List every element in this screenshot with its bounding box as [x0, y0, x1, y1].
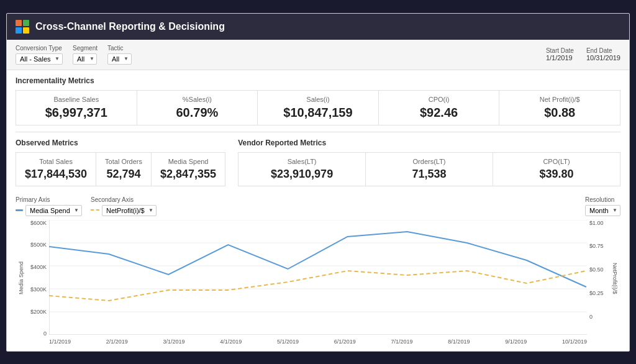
x-label-7: 8/1/2019	[448, 339, 470, 345]
resolution-select[interactable]: Month	[585, 205, 620, 216]
obs-value-1: 52,794	[105, 168, 142, 181]
x-axis-labels: 1/1/20192/1/20193/1/20194/1/20195/1/2019…	[49, 339, 587, 345]
observed-metric-1: Total Orders 52,794	[96, 153, 152, 186]
metric-value-2: $10,847,159	[266, 106, 370, 120]
end-date-group: End Date 10/31/2019	[586, 47, 620, 61]
chart-container: Media Spend $600K$500K$400K$300K$200K0	[16, 220, 620, 337]
secondary-axis-select[interactable]: NetProfit(i)/$	[102, 205, 157, 216]
observed-metric-0: Total Sales $17,844,530	[16, 153, 96, 186]
x-label-8: 9/1/2019	[505, 339, 527, 345]
obs-label-1: Total Orders	[105, 158, 142, 165]
filters-bar: Conversion Type All - Sales Segment All …	[7, 40, 629, 70]
y-right-label-container: NetProfit(i)/$	[609, 220, 620, 337]
observed-title: Observed Metrics	[16, 139, 225, 147]
observed-vendor-section: Observed Metrics Total Sales $17,844,530…	[7, 132, 629, 193]
metric-value-1: 60.79%	[146, 106, 249, 120]
primary-axis-select[interactable]: Media Spend	[25, 205, 82, 216]
segment-label: Segment	[73, 45, 98, 52]
y-left-ticks: $600K$500K$400K$300K$200K0	[27, 220, 49, 337]
primary-axis-indicator	[16, 209, 23, 211]
vendor-metric-2: CPO(LT) $39.80	[493, 153, 620, 186]
x-label-0: 1/1/2019	[49, 339, 71, 345]
y-left-tick-3: $300K	[30, 286, 47, 293]
incrementality-section: Incrementality Metrics Baseline Sales $6…	[7, 70, 629, 132]
vendor-metrics-row: Sales(LT) $23,910,979Orders(LT) 71,538CP…	[238, 152, 620, 186]
metric-label-1: %Sales(i)	[146, 96, 249, 103]
vendor-title: Vendor Reported Metrics	[238, 139, 620, 147]
incrementality-metric-4: Net Profit(i)/$ $0.88	[499, 90, 620, 125]
metric-label-2: Sales(i)	[266, 96, 370, 103]
dashboard: Cross-Channel Reporting & Decisioning Co…	[6, 13, 630, 352]
conversion-type-select[interactable]: All - Sales	[16, 53, 63, 65]
obs-value-2: $2,847,355	[160, 168, 216, 181]
start-date-group: Start Date 1/1/2019	[546, 47, 574, 61]
primary-axis-label: Primary Axis	[16, 196, 82, 203]
y-left-label-container: Media Spend	[16, 220, 27, 337]
metric-value-3: $92.46	[388, 106, 491, 120]
tactic-select[interactable]: All	[107, 53, 132, 65]
observed-metrics-row: Total Sales $17,844,530Total Orders 52,7…	[16, 152, 225, 186]
page-title: Cross-Channel Reporting & Decisioning	[35, 21, 225, 32]
secondary-axis-select-wrapper: NetProfit(i)/$	[91, 204, 157, 216]
y-left-tick-2: $400K	[30, 264, 47, 270]
ven-label-1: Orders(LT)	[375, 158, 484, 165]
y-left-tick-1: $500K	[30, 242, 47, 248]
end-date-label: End Date	[586, 47, 612, 54]
ven-value-2: $39.80	[502, 168, 611, 181]
resolution-group: Resolution Month	[585, 196, 620, 216]
start-date-value: 1/1/2019	[546, 54, 573, 61]
secondary-axis-label: Secondary Axis	[91, 196, 157, 203]
incrementality-title: Incrementality Metrics	[16, 76, 620, 85]
date-range: Start Date 1/1/2019 End Date 10/31/2019	[546, 47, 620, 61]
observed-metric-2: Media Spend $2,847,355	[152, 153, 225, 186]
vendor-metric-1: Orders(LT) 71,538	[366, 153, 493, 186]
primary-axis-select-wrapper: Media Spend	[16, 204, 82, 216]
y-right-tick-0: $1.00	[589, 220, 604, 226]
obs-value-0: $17,844,530	[25, 168, 87, 181]
ven-label-2: CPO(LT)	[502, 158, 611, 165]
incrementality-metric-1: %Sales(i) 60.79%	[137, 90, 258, 125]
y-right-tick-3: $0.25	[589, 290, 604, 296]
secondary-axis-indicator	[91, 209, 99, 211]
start-date-label: Start Date	[546, 47, 574, 54]
conversion-type-label: Conversion Type	[16, 45, 63, 52]
x-label-6: 7/1/2019	[391, 339, 413, 345]
chart-controls: Primary Axis Media Spend Secondary Axis	[16, 196, 620, 216]
incrementality-metric-2: Sales(i) $10,847,159	[258, 90, 379, 125]
resolution-select-container[interactable]: Month	[585, 204, 620, 216]
metric-value-4: $0.88	[508, 106, 611, 120]
ven-value-1: 71,538	[375, 168, 484, 181]
secondary-axis-select-container[interactable]: NetProfit(i)/$	[102, 204, 157, 216]
incrementality-metric-0: Baseline Sales $6,997,371	[16, 90, 137, 125]
x-label-3: 4/1/2019	[220, 339, 242, 345]
metric-value-0: $6,997,371	[25, 106, 128, 120]
y-left-tick-4: $200K	[30, 309, 47, 315]
primary-axis-select-container[interactable]: Media Spend	[25, 204, 82, 216]
metric-label-4: Net Profit(i)/$	[508, 96, 611, 103]
tactic-select-wrapper[interactable]: All	[107, 53, 132, 65]
incrementality-metric-3: CPO(i) $92.46	[379, 90, 500, 125]
segment-select-wrapper[interactable]: All	[73, 53, 98, 65]
segment-filter: Segment All	[73, 45, 98, 65]
incrementality-metrics-row: Baseline Sales $6,997,371%Sales(i) 60.79…	[16, 90, 620, 125]
ven-label-0: Sales(LT)	[247, 158, 357, 165]
end-date-value: 10/31/2019	[586, 54, 620, 61]
primary-axis-group: Primary Axis Media Spend	[16, 196, 82, 216]
ven-value-0: $23,910,979	[247, 168, 357, 181]
metric-label-0: Baseline Sales	[25, 96, 128, 103]
y-right-axis-label: NetProfit(i)/$	[612, 263, 618, 294]
conversion-type-filter: Conversion Type All - Sales	[16, 45, 63, 65]
header-bar: Cross-Channel Reporting & Decisioning	[7, 14, 629, 40]
segment-select[interactable]: All	[73, 53, 97, 65]
vendor-metric-0: Sales(LT) $23,910,979	[238, 153, 366, 186]
tactic-filter: Tactic All	[107, 45, 132, 65]
conversion-type-select-wrapper[interactable]: All - Sales	[16, 53, 63, 65]
x-label-1: 2/1/2019	[106, 339, 128, 345]
x-label-2: 3/1/2019	[163, 339, 185, 345]
x-label-9: 10/1/2019	[562, 339, 587, 345]
chart-svg	[49, 220, 587, 335]
app-icon	[16, 20, 29, 34]
y-left-axis-label: Media Spend	[18, 262, 24, 294]
chart-section: Primary Axis Media Spend Secondary Axis	[7, 193, 629, 351]
y-right-tick-1: $0.75	[589, 243, 604, 249]
